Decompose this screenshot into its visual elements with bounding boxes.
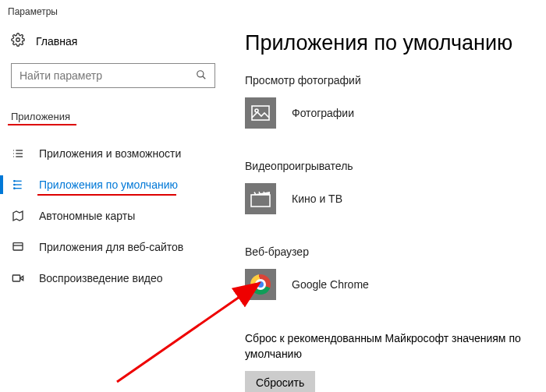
svg-rect-22 [251, 195, 270, 207]
sidebar-item-video-playback[interactable]: Воспроизведение видео [11, 263, 215, 294]
app-label: Кино и ТВ [292, 192, 342, 205]
svg-rect-18 [12, 275, 20, 281]
main-panel: Приложения по умолчанию Просмотр фотогра… [226, 23, 546, 392]
svg-rect-16 [13, 243, 23, 250]
sidebar-nav: Приложения и возможности Приложения по у… [11, 138, 215, 294]
search-icon [196, 69, 207, 83]
search-input[interactable] [20, 69, 196, 82]
section-browser-title: Веб-браузер [245, 245, 530, 258]
reset-section: Сброс к рекомендованным Майкрософт значе… [245, 331, 530, 392]
sidebar: Главная Приложения Приложения [0, 23, 226, 392]
map-icon [11, 210, 25, 222]
default-photo-app[interactable]: Фотографии [245, 97, 530, 129]
page-title: Приложения по умолчанию [245, 31, 530, 55]
sidebar-item-apps-features[interactable]: Приложения и возможности [11, 138, 215, 169]
movies-app-icon [245, 183, 276, 214]
sidebar-item-apps-websites[interactable]: Приложения для веб-сайтов [11, 231, 215, 263]
window-titlebar: Параметры [0, 0, 546, 23]
svg-point-14 [14, 188, 15, 189]
sidebar-item-label: Приложения для веб-сайтов [39, 241, 183, 253]
svg-point-0 [16, 38, 20, 42]
app-label: Google Chrome [292, 278, 369, 291]
home-button[interactable]: Главная [11, 30, 215, 52]
sidebar-item-label: Автономные карты [39, 210, 135, 222]
section-video-title: Видеопроигрыватель [245, 160, 530, 172]
app-label: Фотографии [292, 107, 354, 119]
window-title: Параметры [8, 6, 58, 17]
svg-point-12 [14, 181, 15, 182]
sidebar-item-label: Приложения по умолчанию [39, 178, 178, 191]
section-photo-title: Просмотр фотографий [245, 74, 530, 87]
reset-description: Сброс к рекомендованным Майкрософт значе… [245, 331, 530, 362]
svg-rect-20 [252, 106, 269, 120]
default-browser-app[interactable]: Google Chrome [245, 269, 530, 300]
sidebar-item-default-apps[interactable]: Приложения по умолчанию [11, 169, 215, 200]
content-area: Главная Приложения Приложения [0, 23, 546, 392]
svg-point-13 [14, 184, 15, 185]
sidebar-item-offline-maps[interactable]: Автономные карты [11, 200, 215, 231]
sidebar-item-label: Воспроизведение видео [39, 272, 162, 284]
svg-line-2 [203, 76, 206, 79]
sidebar-category-label: Приложения [11, 111, 70, 122]
gear-icon [11, 33, 25, 49]
svg-point-1 [197, 70, 204, 76]
svg-marker-15 [13, 211, 23, 221]
home-label: Главная [36, 35, 77, 48]
sidebar-category: Приложения [11, 111, 70, 122]
website-icon [11, 241, 25, 253]
reset-button[interactable]: Сбросить [245, 371, 315, 392]
search-box[interactable] [11, 63, 215, 88]
defaults-icon [11, 178, 25, 191]
list-icon [11, 147, 25, 160]
sidebar-item-label: Приложения и возможности [39, 147, 181, 160]
default-video-app[interactable]: Кино и ТВ [245, 183, 530, 214]
photos-app-icon [245, 97, 276, 129]
video-icon [11, 272, 25, 284]
chrome-app-icon [245, 269, 276, 300]
